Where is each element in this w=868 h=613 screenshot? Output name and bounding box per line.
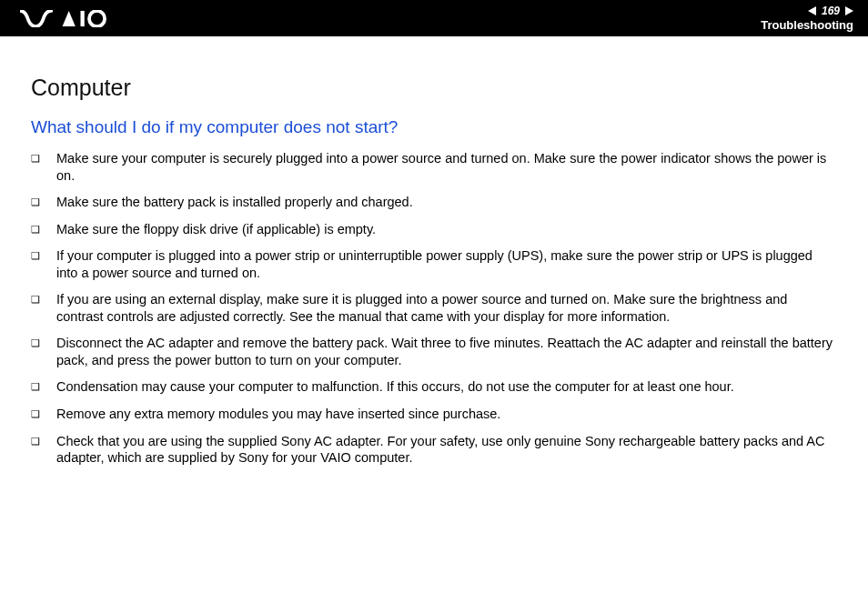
page-number: 169 [820,5,842,17]
list-item-text: Disconnect the AC adapter and remove the… [56,335,837,368]
svg-point-1 [89,10,105,25]
list-item: ❑ Make sure the battery pack is installe… [31,194,837,211]
list-item-text: If your computer is plugged into a power… [56,247,837,281]
bullet-icon: ❑ [31,406,56,420]
bullet-icon: ❑ [31,247,56,262]
next-page-arrow-icon[interactable] [845,6,853,15]
bullet-icon: ❑ [31,378,56,393]
troubleshooting-list: ❑ Make sure your computer is securely pl… [31,150,837,467]
prev-page-arrow-icon[interactable] [808,6,816,15]
bullet-icon: ❑ [31,335,56,349]
list-item: ❑ Condensation may cause your computer t… [31,378,837,396]
list-item-text: Make sure your computer is securely plug… [56,150,837,184]
list-item: ❑ Make sure the floppy disk drive (if ap… [31,221,837,238]
section-heading: Computer [31,75,837,101]
page-navigation: 169 [808,5,853,17]
bullet-icon: ❑ [31,291,56,306]
list-item: ❑ Disconnect the AC adapter and remove t… [31,335,837,368]
list-item-text: If you are using an external display, ma… [56,291,837,325]
list-item-text: Make sure the floppy disk drive (if appl… [56,221,837,238]
header-bar: 169 Troubleshooting [0,0,868,36]
bullet-icon: ❑ [31,150,56,165]
list-item: ❑ If you are using an external display, … [31,291,837,325]
list-item-text: Remove any extra memory modules you may … [56,406,837,423]
list-item: ❑ If your computer is plugged into a pow… [31,247,837,281]
bullet-icon: ❑ [31,221,56,236]
vaio-logo [20,10,106,27]
bullet-icon: ❑ [31,194,56,208]
header-right: 169 Troubleshooting [761,5,853,32]
list-item-text: Make sure the battery pack is installed … [56,194,837,211]
list-item: ❑ Make sure your computer is securely pl… [31,150,837,184]
page-content: Computer What should I do if my computer… [0,36,868,467]
list-item: ❑ Remove any extra memory modules you ma… [31,406,837,423]
list-item: ❑ Check that you are using the supplied … [31,433,837,467]
svg-rect-0 [81,10,85,25]
list-item-text: Check that you are using the supplied So… [56,433,837,467]
bullet-icon: ❑ [31,433,56,447]
section-label: Troubleshooting [761,18,853,32]
list-item-text: Condensation may cause your computer to … [56,378,837,396]
question-heading: What should I do if my computer does not… [31,117,837,137]
